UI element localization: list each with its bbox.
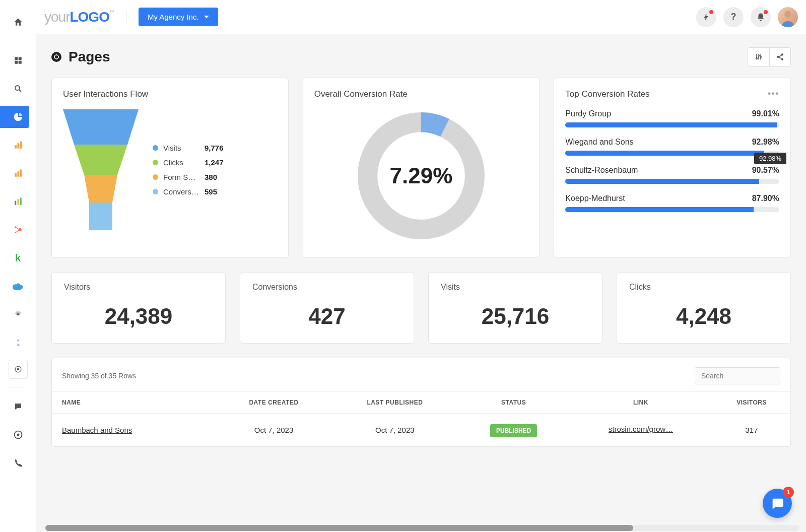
cell-visitors: 317 xyxy=(713,414,790,446)
phone-icon xyxy=(14,458,23,462)
sidebar-analytics[interactable] xyxy=(0,106,29,128)
logo[interactable]: yourLOGO™ xyxy=(44,9,114,25)
funnel-legend-row: Visits 9,776 xyxy=(153,141,277,155)
svg-rect-10 xyxy=(20,170,22,177)
rate-bar xyxy=(565,122,779,127)
avatar-icon xyxy=(778,7,798,27)
settings-action[interactable] xyxy=(748,48,769,66)
table-row[interactable]: Baumbach and Sons Oct 7, 2023 Oct 7, 202… xyxy=(52,414,790,446)
agency-dropdown[interactable]: My Agency Inc. xyxy=(139,8,218,26)
svg-point-27 xyxy=(777,56,779,58)
svg-rect-9 xyxy=(17,171,19,177)
question-icon: ? xyxy=(731,12,736,22)
legend-value: 595 xyxy=(205,187,217,196)
page-header: Pages xyxy=(51,34,791,78)
rate-row: Schultz-Rosenbaum 90.57% xyxy=(565,166,779,184)
user-avatar[interactable] xyxy=(778,7,798,27)
col-name[interactable]: NAME xyxy=(52,392,216,414)
page-actions xyxy=(748,47,791,66)
rate-pct: 99.01% xyxy=(752,109,779,118)
svg-rect-8 xyxy=(15,173,17,177)
sidebar-k[interactable]: k xyxy=(7,247,29,269)
sidebar-goal[interactable] xyxy=(7,424,29,446)
sidebar-compare[interactable] xyxy=(7,190,29,213)
stat-value: 24,389 xyxy=(64,304,213,329)
svg-rect-11 xyxy=(15,201,16,205)
sidebar-integration1[interactable] xyxy=(7,303,29,325)
pie-chart-icon xyxy=(13,112,23,122)
sidebar-apps[interactable] xyxy=(7,49,29,72)
sidebar-bars2[interactable] xyxy=(7,162,29,184)
rate-pct: 92.98% xyxy=(752,138,779,147)
sidebar-salesforce[interactable] xyxy=(7,275,29,297)
home-icon xyxy=(13,17,23,27)
col-date[interactable]: DATE CREATED xyxy=(216,392,331,414)
alerts-button[interactable] xyxy=(751,7,771,27)
svg-point-24 xyxy=(756,57,758,59)
rate-name: Koepp-Medhurst xyxy=(565,194,625,203)
funnel-legend-row: Form S… 380 xyxy=(153,170,277,184)
legend-value: 1,247 xyxy=(205,158,224,167)
rate-pct: 90.57% xyxy=(752,166,779,175)
page-icon xyxy=(51,52,61,62)
card-title: Overall Conversion Rate xyxy=(314,89,528,99)
sidebar-target[interactable] xyxy=(9,360,28,379)
sidebar-integration2[interactable] xyxy=(7,331,29,354)
rate-pct: 87.90% xyxy=(752,194,779,203)
legend-value: 380 xyxy=(205,173,217,181)
legend-dot xyxy=(153,145,158,151)
stat-card: Visitors 24,389 xyxy=(51,272,226,344)
sidebar-phone[interactable] xyxy=(7,452,29,462)
sidebar-search[interactable] xyxy=(7,78,29,100)
rate-tooltip: 92.98% xyxy=(754,153,786,164)
rate-row: Purdy Group 99.01% xyxy=(565,109,779,127)
notification-dot xyxy=(764,10,768,14)
search-input[interactable] xyxy=(695,367,780,384)
legend-dot xyxy=(153,160,158,165)
stat-card: Clicks 4,248 xyxy=(617,272,791,344)
sidebar-chat[interactable] xyxy=(7,395,29,418)
svg-point-4 xyxy=(15,86,20,90)
topbar: yourLOGO™ My Agency Inc. ? xyxy=(0,0,806,34)
sidebar-bars1[interactable] xyxy=(7,134,29,156)
funnel-chart xyxy=(63,109,139,230)
col-status[interactable]: STATUS xyxy=(458,392,569,414)
rate-name: Wiegand and Sons xyxy=(565,138,633,147)
svg-rect-3 xyxy=(18,61,21,64)
stat-label: Clicks xyxy=(629,283,778,292)
conversion-card: Overall Conversion Rate 7.29% xyxy=(303,78,540,258)
funnel-legend-row: Clicks 1,247 xyxy=(153,155,277,170)
help-button[interactable]: ? xyxy=(723,7,744,27)
gear-icon xyxy=(14,310,23,319)
search-icon xyxy=(14,84,23,93)
col-link[interactable]: LINK xyxy=(569,392,713,414)
col-published[interactable]: LAST PUBLISHED xyxy=(331,392,459,414)
col-visitors[interactable]: VISITORS xyxy=(713,392,790,414)
pages-table: NAME DATE CREATED LAST PUBLISHED STATUS … xyxy=(52,391,790,446)
legend-label: Clicks xyxy=(163,158,199,167)
sliders-icon xyxy=(755,53,763,61)
cloud-icon xyxy=(13,282,24,290)
card-title: User Interactions Flow xyxy=(63,89,277,99)
cell-link[interactable]: strosin.com/grow… xyxy=(569,414,713,446)
stat-value: 25,716 xyxy=(441,304,590,329)
more-button[interactable]: ••• xyxy=(768,89,779,98)
rate-row: Koepp-Medhurst 87.90% xyxy=(565,194,779,212)
stat-label: Conversions xyxy=(252,283,401,292)
share-action[interactable] xyxy=(769,48,790,66)
sidebar-hubspot[interactable] xyxy=(7,219,29,241)
stat-card: Conversions 427 xyxy=(240,272,414,344)
goal-icon xyxy=(13,430,23,440)
legend-value: 9,776 xyxy=(205,144,224,152)
svg-rect-0 xyxy=(15,57,18,60)
svg-point-16 xyxy=(15,232,16,233)
svg-rect-7 xyxy=(20,142,22,149)
rate-name: Purdy Group xyxy=(565,109,611,118)
svg-rect-1 xyxy=(18,57,21,60)
legend-label: Form S… xyxy=(163,173,199,181)
cell-published: Oct 7, 2023 xyxy=(331,414,459,446)
sidebar-home[interactable] xyxy=(7,11,29,33)
chat-icon xyxy=(14,402,23,411)
cell-name[interactable]: Baumbach and Sons xyxy=(52,414,216,446)
notifications-lightning[interactable] xyxy=(696,7,716,27)
